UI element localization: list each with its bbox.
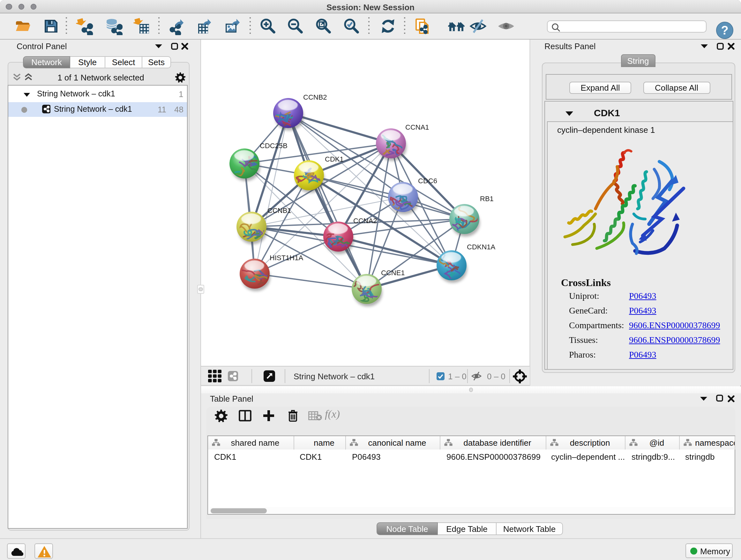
svg-text:CCNB2: CCNB2 [303,93,327,101]
svg-text:CDC6: CDC6 [418,177,437,185]
svg-text:CCNA1: CCNA1 [405,123,429,131]
svg-text:CDC25B: CDC25B [260,142,287,150]
svg-text:?: ? [721,23,728,37]
svg-text:CCNA2: CCNA2 [353,217,377,225]
svg-text:RB1: RB1 [480,195,494,203]
svg-text:CDKN1A: CDKN1A [467,243,495,251]
svg-text:HIST1H1A: HIST1H1A [270,254,303,262]
svg-text:CDK1: CDK1 [325,155,344,163]
svg-text:CCNE1: CCNE1 [381,269,405,277]
svg-text:CCNB1: CCNB1 [267,206,291,214]
